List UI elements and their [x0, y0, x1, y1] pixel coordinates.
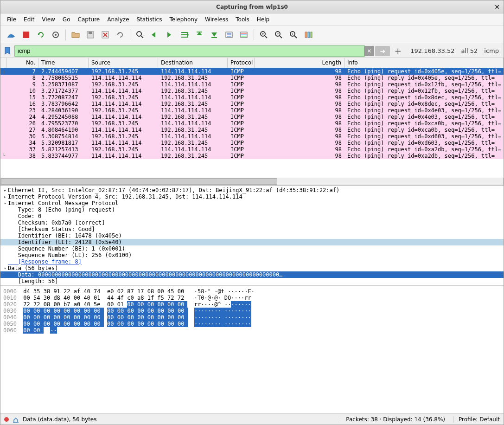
hex-row[interactable]: 0050 00 00 00 00 00 00 00 00 00 00 00 00… — [3, 321, 501, 327]
col-info[interactable]: Info — [345, 58, 504, 68]
detail-row[interactable]: Checksum: 0xb7a0 [correct] — [0, 219, 504, 226]
detail-row[interactable]: [Response frame: 8] — [0, 258, 504, 265]
col-length[interactable]: Length — [255, 58, 345, 68]
close-icon[interactable]: ✕ — [494, 3, 500, 11]
detail-row[interactable]: ▸Ethernet II, Src: IntelCor_02:87:17 (40… — [0, 187, 504, 193]
detail-row[interactable]: Data: 0000000000000000000000000000000000… — [0, 271, 504, 278]
restart-capture-button[interactable] — [34, 28, 48, 42]
reload-button[interactable] — [113, 28, 127, 42]
hex-row[interactable]: 0000 d4 35 38 91 22 af 40 74 e0 02 87 17… — [3, 288, 501, 295]
menu-analyze[interactable]: Analyze — [104, 15, 132, 24]
stop-capture-button[interactable] — [19, 28, 33, 42]
menu-telephony[interactable]: Telephony — [166, 15, 200, 24]
packet-row[interactable]: 163.783796642114.114.114.114192.168.31.2… — [0, 101, 504, 107]
packet-row[interactable]: ┌72.744459407192.168.31.245114.114.114.1… — [0, 68, 504, 75]
hex-row[interactable]: 0040 00 00 00 00 00 00 00 00 00 00 00 00… — [3, 314, 501, 321]
detail-row[interactable]: ▾Internet Control Message Protocol — [0, 200, 504, 206]
svg-line-20 — [294, 36, 297, 38]
shark-fin-icon[interactable] — [4, 28, 18, 42]
window-title: Capturing from wlp1s0 — [216, 4, 288, 10]
packet-row[interactable]: 103.271724377114.114.114.114192.168.31.2… — [0, 88, 504, 94]
hex-row[interactable]: 0020 72 72 08 00 b7 a0 40 5e 00 01 00 00… — [3, 301, 501, 308]
col-source[interactable]: Source — [89, 58, 158, 68]
menu-file[interactable]: File — [4, 15, 19, 24]
expert-info-icon[interactable] — [13, 416, 19, 423]
go-first-button[interactable] — [192, 28, 206, 42]
hex-row[interactable]: 0030 00 00 00 00 00 00 00 00 00 00 00 00… — [3, 308, 501, 314]
packet-list-header[interactable]: No. Time Source Destination Protocol Len… — [0, 58, 504, 68]
go-last-button[interactable] — [207, 28, 221, 42]
open-file-button[interactable] — [69, 28, 83, 42]
menu-capture[interactable]: Capture — [75, 15, 102, 24]
detail-row[interactable]: Identifier (BE): 16478 (0x405e) — [0, 232, 504, 239]
packet-row[interactable]: └385.833744977114.114.114.114192.168.31.… — [0, 153, 504, 159]
status-profile[interactable]: Profile: Default — [453, 416, 500, 423]
svg-point-2 — [55, 34, 57, 36]
apply-filter-button[interactable]: ➔ — [375, 46, 390, 56]
close-file-button[interactable] — [98, 28, 112, 42]
status-proto: icmp — [484, 47, 499, 54]
menu-view[interactable]: View — [39, 15, 57, 24]
clear-filter-button[interactable]: ✕ — [364, 46, 374, 56]
menu-go[interactable]: Go — [60, 15, 73, 24]
auto-scroll-button[interactable] — [222, 28, 236, 42]
zoom-reset-button[interactable]: 1 — [287, 28, 300, 42]
packet-details-pane[interactable]: ▸Ethernet II, Src: IntelCor_02:87:17 (40… — [0, 186, 504, 286]
zoom-in-button[interactable] — [257, 28, 271, 42]
go-back-button[interactable] — [148, 28, 162, 42]
add-filter-button[interactable]: + — [393, 46, 403, 56]
go-forward-button[interactable] — [163, 28, 177, 42]
svg-rect-14 — [241, 36, 247, 37]
col-no[interactable]: No. — [7, 58, 38, 68]
zoom-out-button[interactable] — [272, 28, 286, 42]
bookmark-filter-icon[interactable] — [2, 46, 13, 56]
capture-options-button[interactable] — [49, 28, 63, 42]
resize-columns-button[interactable] — [301, 28, 315, 42]
detail-row[interactable]: ▾Data (56 bytes) — [0, 265, 504, 271]
hex-row[interactable]: 0010 00 54 30 d8 40 00 40 01 44 4f c0 a8… — [3, 295, 501, 301]
packet-scrollbar[interactable] — [0, 178, 504, 185]
separator — [130, 29, 130, 40]
packet-list-body[interactable]: ┌72.744459407192.168.31.245114.114.114.1… — [0, 68, 504, 159]
packet-row[interactable]: 234.284036190192.168.31.245114.114.114.1… — [0, 107, 504, 114]
capture-indicator-icon[interactable] — [4, 417, 9, 422]
display-filter-input[interactable] — [14, 45, 365, 57]
col-destination[interactable]: Destination — [158, 58, 228, 68]
detail-row[interactable]: Type: 8 (Echo (ping) request) — [0, 206, 504, 213]
svg-rect-22 — [305, 32, 307, 38]
detail-row[interactable]: Sequence Number (LE): 256 (0x0100) — [0, 252, 504, 258]
menubar: FileEditViewGoCaptureAnalyzeStatisticsTe… — [0, 13, 504, 26]
packet-row[interactable]: 93.258371087192.168.31.245114.114.114.11… — [0, 81, 504, 88]
col-time[interactable]: Time — [38, 58, 89, 68]
detail-row[interactable]: Code: 0 — [0, 213, 504, 219]
col-protocol[interactable]: Protocol — [228, 58, 255, 68]
menu-wireless[interactable]: Wireless — [202, 15, 231, 24]
packet-row[interactable]: 153.772087247192.168.31.245114.114.114.1… — [0, 94, 504, 101]
packet-row[interactable]: 264.795523770192.168.31.245114.114.114.1… — [0, 120, 504, 127]
menu-tools[interactable]: Tools — [233, 15, 252, 24]
packet-row[interactable]: 305.308754814192.168.31.245114.114.114.1… — [0, 133, 504, 140]
detail-row[interactable]: [Checksum Status: Good] — [0, 226, 504, 232]
status-count: all 52 — [461, 47, 478, 54]
hex-row[interactable]: 0060 00 00 ·· — [3, 327, 501, 334]
save-file-button[interactable] — [83, 28, 97, 42]
detail-row[interactable]: Identifier (LE): 24128 (0x5e40) — [0, 239, 504, 245]
status-ip: 192.168.33.52 — [410, 47, 454, 54]
detail-row[interactable]: [Length: 56] — [0, 278, 504, 284]
menu-edit[interactable]: Edit — [21, 15, 37, 24]
colorize-button[interactable] — [237, 28, 251, 42]
svg-point-6 — [137, 32, 141, 36]
packet-row[interactable]: 82.758065515114.114.114.114192.168.31.24… — [0, 75, 504, 81]
go-to-packet-button[interactable] — [178, 28, 191, 42]
detail-row[interactable]: ▸Internet Protocol Version 4, Src: 192.1… — [0, 193, 504, 200]
svg-rect-9 — [211, 37, 217, 38]
menu-statistics[interactable]: Statistics — [134, 15, 165, 24]
packet-row[interactable]: 345.320981817114.114.114.114192.168.31.2… — [0, 140, 504, 146]
packet-row[interactable]: 274.808464190114.114.114.114192.168.31.2… — [0, 127, 504, 133]
detail-row[interactable]: Sequence Number (BE): 1 (0x0001) — [0, 245, 504, 252]
find-button[interactable] — [133, 28, 147, 42]
packet-bytes-pane[interactable]: 0000 d4 35 38 91 22 af 40 74 e0 02 87 17… — [0, 286, 504, 413]
packet-row[interactable]: 375.821257413192.168.31.245114.114.114.1… — [0, 146, 504, 153]
menu-help[interactable]: Help — [254, 15, 272, 24]
packet-row[interactable]: 244.295245088114.114.114.114192.168.31.2… — [0, 114, 504, 120]
